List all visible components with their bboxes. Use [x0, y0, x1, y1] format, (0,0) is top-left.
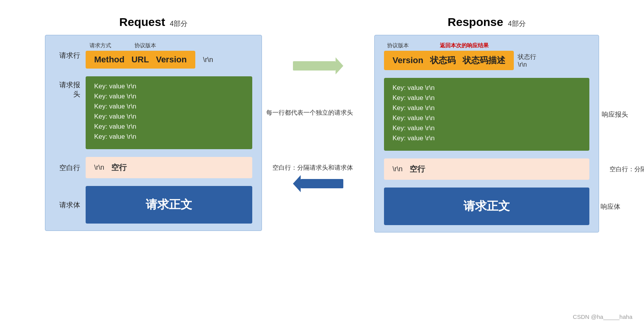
resp-header-row-2: Key: value \r\n — [393, 94, 581, 102]
resp-annotation-result: 返回本次的响应结果 — [440, 42, 489, 49]
header-row-2: Key: value \r\n — [94, 93, 244, 100]
header-row-1: Key: value \r\n — [94, 83, 244, 90]
response-header-row: Key: value \r\n Key: value \r\n Key: val… — [384, 78, 589, 151]
header-annotation: 每一行都代表一个独立的请求头 — [266, 109, 353, 117]
blank-line-label: 空白行 — [55, 163, 86, 172]
svg-marker-4 — [293, 175, 301, 192]
blank-line-row: 空白行 \r\n 空行 空白行：分隔请求头和请求体 — [55, 157, 252, 178]
request-body-row: 请求体 请求正文 — [55, 186, 252, 224]
resp-status-desc: 状态码描述 — [463, 55, 505, 66]
blank-annotation: 空白行：分隔请求头和请求体 — [272, 164, 353, 172]
response-section: Response 4部分 协议版本 返回本次的响应结果 Version 状态码 — [374, 15, 599, 232]
watermark: CSDN @ha_____haha — [573, 313, 632, 320]
blank-rn: \r\n — [94, 164, 104, 172]
annotation-version: 协议版本 — [134, 42, 156, 49]
svg-rect-3 — [301, 179, 343, 188]
resp-blank-row: \r\n 空行 空白行：分隔响应头和响应体 — [384, 158, 589, 180]
request-header-label: 请求报头 — [55, 80, 86, 99]
request-body-label: 请求体 — [55, 200, 86, 210]
resp-blank-rn: \r\n — [393, 165, 403, 173]
response-header-label: 响应报头 — [602, 110, 628, 119]
header-row-6: Key: value \r\n — [94, 133, 244, 141]
request-title: Request 4部分 — [119, 15, 188, 29]
request-title-text: Request — [119, 15, 165, 29]
resp-blank-label: 空行 — [410, 164, 425, 174]
response-body-box: 请求正文 — [384, 188, 589, 225]
svg-rect-1 — [293, 61, 336, 71]
resp-status-label: 状态行 — [518, 53, 536, 61]
resp-header-row-6: Key: value \r\n — [393, 134, 581, 142]
blank-label: 空行 — [111, 162, 127, 173]
annotation-method: 请求方式 — [90, 42, 111, 49]
resp-header-row-1: Key: value \r\n — [393, 84, 581, 92]
header-row-3: Key: value \r\n — [94, 103, 244, 110]
resp-header-row-3: Key: value \r\n — [393, 104, 581, 112]
resp-blank-annotation: 空白行：分隔响应头和响应体 — [610, 165, 644, 173]
response-body-text: 请求正文 — [463, 200, 510, 212]
arrow-left — [293, 172, 343, 197]
svg-marker-2 — [336, 57, 343, 74]
response-blue-box: 协议版本 返回本次的响应结果 Version 状态码 状态码描述 状态行 \r\… — [374, 35, 599, 232]
request-line-box: Method URL Version — [86, 51, 195, 69]
response-subtitle: 4部分 — [508, 19, 526, 28]
response-title: Response 4部分 — [448, 15, 525, 29]
request-section: Request 4部分 请求行 请求方式 协议版本 Method URL — [45, 15, 262, 231]
url-label: URL — [131, 55, 149, 65]
method-label: Method — [94, 55, 124, 65]
resp-version: Version — [393, 55, 423, 65]
resp-status-code: 状态码 — [430, 55, 456, 66]
status-line-box: Version 状态码 状态码描述 — [384, 51, 514, 70]
header-row-5: Key: value \r\n — [94, 123, 244, 131]
version-label: Version — [156, 55, 186, 65]
resp-annotation-version: 协议版本 — [387, 42, 409, 49]
request-blue-box: 请求行 请求方式 协议版本 Method URL Version \r\n — [45, 35, 262, 231]
blank-line-box: \r\n 空行 — [86, 157, 252, 178]
status-line-row: 协议版本 返回本次的响应结果 Version 状态码 状态码描述 状态行 \r\… — [384, 42, 589, 70]
response-title-text: Response — [448, 15, 503, 29]
request-line-row: 请求行 请求方式 协议版本 Method URL Version \r\n — [55, 42, 252, 69]
resp-rn: \r\n — [518, 61, 536, 68]
resp-header-row-4: Key: value \r\n — [393, 114, 581, 122]
request-subtitle: 4部分 — [170, 19, 188, 28]
request-body-box: 请求正文 — [86, 186, 252, 224]
resp-header-row-5: Key: value \r\n — [393, 124, 581, 132]
request-line-label: 请求行 — [55, 51, 86, 60]
main-container: Request 4部分 请求行 请求方式 协议版本 Method URL — [0, 0, 644, 327]
request-header-row: 请求报头 Key: value \r\n Key: value \r\n Key… — [55, 76, 252, 149]
arrow-right — [293, 54, 343, 79]
response-header-box: Key: value \r\n Key: value \r\n Key: val… — [384, 78, 589, 151]
arrows-container — [293, 39, 343, 197]
request-body-text: 请求正文 — [146, 198, 192, 211]
response-body-label: 响应体 — [601, 202, 620, 211]
request-line-rn: \r\n — [203, 56, 213, 64]
request-header-box: Key: value \r\n Key: value \r\n Key: val… — [86, 76, 252, 149]
response-body-row: 请求正文 响应体 — [384, 188, 589, 225]
resp-blank-box: \r\n 空行 — [384, 158, 589, 180]
header-row-4: Key: value \r\n — [94, 113, 244, 120]
